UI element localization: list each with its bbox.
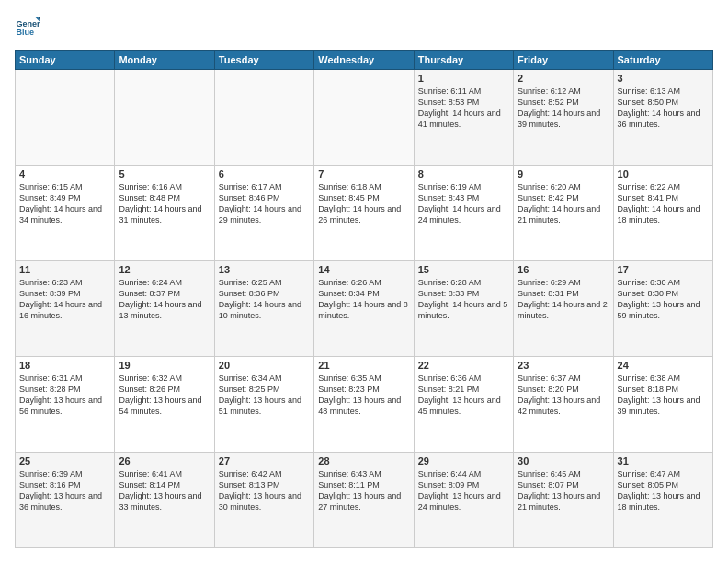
day-info: Sunrise: 6:12 AM Sunset: 8:52 PM Dayligh… (518, 86, 609, 131)
day-number: 27 (219, 455, 310, 466)
day-number: 4 (19, 168, 110, 179)
day-info: Sunrise: 6:28 AM Sunset: 8:33 PM Dayligh… (418, 277, 509, 322)
calendar-day-cell: 8Sunrise: 6:19 AM Sunset: 8:43 PM Daylig… (414, 166, 513, 261)
day-number: 13 (219, 264, 310, 275)
calendar-day-cell: 24Sunrise: 6:38 AM Sunset: 8:18 PM Dayli… (613, 357, 712, 453)
calendar-day-cell: 7Sunrise: 6:18 AM Sunset: 8:45 PM Daylig… (314, 166, 414, 261)
day-info: Sunrise: 6:11 AM Sunset: 8:53 PM Dayligh… (418, 86, 509, 131)
calendar-day-cell: 22Sunrise: 6:36 AM Sunset: 8:21 PM Dayli… (414, 357, 513, 453)
calendar-day-cell: 31Sunrise: 6:47 AM Sunset: 8:05 PM Dayli… (613, 453, 712, 548)
day-info: Sunrise: 6:17 AM Sunset: 8:46 PM Dayligh… (219, 181, 310, 226)
general-blue-icon: General Blue (15, 15, 40, 40)
day-number: 8 (418, 168, 509, 179)
calendar-day-cell (115, 70, 214, 166)
day-number: 31 (618, 455, 709, 466)
calendar-day-cell: 18Sunrise: 6:31 AM Sunset: 8:28 PM Dayli… (16, 357, 115, 453)
day-info: Sunrise: 6:22 AM Sunset: 8:41 PM Dayligh… (618, 181, 709, 226)
calendar-week-row: 25Sunrise: 6:39 AM Sunset: 8:16 PM Dayli… (16, 453, 713, 548)
day-info: Sunrise: 6:43 AM Sunset: 8:11 PM Dayligh… (318, 468, 409, 513)
day-info: Sunrise: 6:47 AM Sunset: 8:05 PM Dayligh… (618, 468, 709, 513)
calendar-day-cell: 4Sunrise: 6:15 AM Sunset: 8:49 PM Daylig… (16, 166, 115, 261)
calendar-day-cell: 11Sunrise: 6:23 AM Sunset: 8:39 PM Dayli… (16, 261, 115, 357)
calendar-day-cell: 28Sunrise: 6:43 AM Sunset: 8:11 PM Dayli… (314, 453, 414, 548)
day-info: Sunrise: 6:16 AM Sunset: 8:48 PM Dayligh… (119, 181, 210, 226)
day-number: 22 (418, 360, 509, 371)
day-number: 23 (518, 360, 609, 371)
calendar-day-cell: 30Sunrise: 6:45 AM Sunset: 8:07 PM Dayli… (514, 453, 613, 548)
day-info: Sunrise: 6:25 AM Sunset: 8:36 PM Dayligh… (219, 277, 310, 322)
day-number: 30 (518, 455, 609, 466)
calendar-day-cell (314, 70, 414, 166)
day-number: 29 (418, 455, 509, 466)
day-info: Sunrise: 6:30 AM Sunset: 8:30 PM Dayligh… (618, 277, 709, 322)
day-info: Sunrise: 6:13 AM Sunset: 8:50 PM Dayligh… (618, 86, 709, 131)
calendar-table: SundayMondayTuesdayWednesdayThursdayFrid… (15, 50, 713, 548)
calendar-week-row: 4Sunrise: 6:15 AM Sunset: 8:49 PM Daylig… (16, 166, 713, 261)
day-number: 7 (318, 168, 409, 179)
day-info: Sunrise: 6:20 AM Sunset: 8:42 PM Dayligh… (518, 181, 609, 226)
calendar-day-cell: 15Sunrise: 6:28 AM Sunset: 8:33 PM Dayli… (414, 261, 513, 357)
day-number: 21 (318, 360, 409, 371)
day-number: 2 (518, 73, 609, 84)
calendar-week-row: 11Sunrise: 6:23 AM Sunset: 8:39 PM Dayli… (16, 261, 713, 357)
day-info: Sunrise: 6:42 AM Sunset: 8:13 PM Dayligh… (219, 468, 310, 513)
svg-text:Blue: Blue (16, 28, 34, 37)
calendar-day-cell (214, 70, 313, 166)
calendar-day-cell: 6Sunrise: 6:17 AM Sunset: 8:46 PM Daylig… (214, 166, 313, 261)
calendar-day-cell: 27Sunrise: 6:42 AM Sunset: 8:13 PM Dayli… (214, 453, 313, 548)
day-number: 28 (318, 455, 409, 466)
day-info: Sunrise: 6:44 AM Sunset: 8:09 PM Dayligh… (418, 468, 509, 513)
day-number: 3 (618, 73, 709, 84)
svg-text:General: General (16, 19, 40, 29)
day-number: 14 (318, 264, 409, 275)
calendar-day-cell (16, 70, 115, 166)
calendar-day-cell: 14Sunrise: 6:26 AM Sunset: 8:34 PM Dayli… (314, 261, 414, 357)
calendar-day-cell: 19Sunrise: 6:32 AM Sunset: 8:26 PM Dayli… (115, 357, 214, 453)
calendar-day-cell: 12Sunrise: 6:24 AM Sunset: 8:37 PM Dayli… (115, 261, 214, 357)
header: General Blue (15, 15, 713, 40)
calendar-day-cell: 20Sunrise: 6:34 AM Sunset: 8:25 PM Dayli… (214, 357, 313, 453)
day-info: Sunrise: 6:26 AM Sunset: 8:34 PM Dayligh… (318, 277, 409, 322)
day-info: Sunrise: 6:39 AM Sunset: 8:16 PM Dayligh… (19, 468, 110, 513)
weekday-header: Sunday (16, 51, 115, 70)
day-number: 25 (19, 455, 110, 466)
calendar-day-cell: 23Sunrise: 6:37 AM Sunset: 8:20 PM Dayli… (514, 357, 613, 453)
weekday-header: Wednesday (314, 51, 414, 70)
day-number: 19 (119, 360, 210, 371)
calendar-day-cell: 16Sunrise: 6:29 AM Sunset: 8:31 PM Dayli… (514, 261, 613, 357)
day-info: Sunrise: 6:32 AM Sunset: 8:26 PM Dayligh… (119, 373, 210, 418)
calendar-day-cell: 13Sunrise: 6:25 AM Sunset: 8:36 PM Dayli… (214, 261, 313, 357)
logo: General Blue (15, 15, 44, 40)
day-info: Sunrise: 6:41 AM Sunset: 8:14 PM Dayligh… (119, 468, 210, 513)
day-number: 11 (19, 264, 110, 275)
day-number: 20 (219, 360, 310, 371)
day-info: Sunrise: 6:45 AM Sunset: 8:07 PM Dayligh… (518, 468, 609, 513)
day-number: 12 (119, 264, 210, 275)
day-number: 15 (418, 264, 509, 275)
calendar-day-cell: 21Sunrise: 6:35 AM Sunset: 8:23 PM Dayli… (314, 357, 414, 453)
weekday-header: Thursday (414, 51, 513, 70)
day-number: 16 (518, 264, 609, 275)
calendar-day-cell: 17Sunrise: 6:30 AM Sunset: 8:30 PM Dayli… (613, 261, 712, 357)
calendar-header-row: SundayMondayTuesdayWednesdayThursdayFrid… (16, 51, 713, 70)
day-info: Sunrise: 6:37 AM Sunset: 8:20 PM Dayligh… (518, 373, 609, 418)
weekday-header: Monday (115, 51, 214, 70)
day-info: Sunrise: 6:36 AM Sunset: 8:21 PM Dayligh… (418, 373, 509, 418)
calendar-day-cell: 25Sunrise: 6:39 AM Sunset: 8:16 PM Dayli… (16, 453, 115, 548)
day-number: 6 (219, 168, 310, 179)
day-info: Sunrise: 6:24 AM Sunset: 8:37 PM Dayligh… (119, 277, 210, 322)
page: General Blue SundayMondayTuesdayWednesda… (0, 0, 728, 563)
weekday-header: Saturday (613, 51, 712, 70)
calendar-day-cell: 9Sunrise: 6:20 AM Sunset: 8:42 PM Daylig… (514, 166, 613, 261)
calendar-day-cell: 10Sunrise: 6:22 AM Sunset: 8:41 PM Dayli… (613, 166, 712, 261)
day-info: Sunrise: 6:35 AM Sunset: 8:23 PM Dayligh… (318, 373, 409, 418)
day-number: 17 (618, 264, 709, 275)
calendar-week-row: 18Sunrise: 6:31 AM Sunset: 8:28 PM Dayli… (16, 357, 713, 453)
day-info: Sunrise: 6:31 AM Sunset: 8:28 PM Dayligh… (19, 373, 110, 418)
day-info: Sunrise: 6:38 AM Sunset: 8:18 PM Dayligh… (618, 373, 709, 418)
day-number: 9 (518, 168, 609, 179)
day-info: Sunrise: 6:29 AM Sunset: 8:31 PM Dayligh… (518, 277, 609, 322)
day-number: 24 (618, 360, 709, 371)
calendar-day-cell: 1Sunrise: 6:11 AM Sunset: 8:53 PM Daylig… (414, 70, 513, 166)
day-info: Sunrise: 6:18 AM Sunset: 8:45 PM Dayligh… (318, 181, 409, 226)
